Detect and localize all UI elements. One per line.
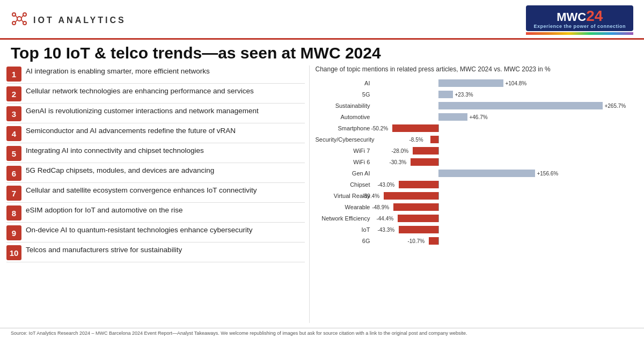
zero-line (438, 124, 439, 132)
bar-track: +23.3% (374, 91, 638, 98)
bar-label: 6G (315, 238, 374, 244)
bar-row: 5G+23.3% (315, 90, 638, 99)
bar-value-label: -10.7% (407, 238, 425, 244)
trend-item-1: 1 AI integration is enabling smarter, mo… (6, 65, 305, 84)
bar-label: IoT (315, 226, 374, 233)
zero-line (438, 136, 439, 143)
bar-row: Chipset-43.0% (315, 180, 638, 189)
trend-text-3: GenAI is revolutionizing customer intera… (26, 105, 259, 116)
bar-label: Security/Cybersecurity (315, 136, 374, 143)
trend-text-2: Cellular network technologies are enhanc… (26, 85, 254, 96)
trend-text-6: 5G RedCap chipsets, modules, and devices… (26, 165, 214, 175)
bar-label: Automotive (315, 114, 374, 120)
svg-line-8 (21, 20, 23, 22)
bar-track: -59.4% (374, 192, 638, 200)
bar-row: Gen AI+156.6% (315, 168, 638, 178)
bar-row: IoT-43.3% (315, 225, 638, 234)
bar-track: -30.3% (374, 158, 638, 166)
zero-line (438, 158, 439, 166)
bar-label: WiFi 6 (315, 159, 374, 165)
bar-track: -10.7% (374, 237, 638, 245)
bar-row: AI+104.8% (315, 78, 638, 88)
trend-item-3: 3 GenAI is revolutionizing customer inte… (6, 105, 305, 123)
svg-point-3 (12, 21, 16, 25)
trend-item-7: 7 Cellular and satellite ecosystem conve… (6, 185, 305, 203)
mwc-label: MWC24 (557, 10, 603, 24)
iot-analytics-icon (11, 10, 28, 31)
bar-label: Gen AI (315, 170, 374, 177)
zero-line (438, 181, 439, 188)
zero-line (438, 215, 439, 222)
trend-num-3: 3 (6, 106, 21, 121)
mwc-rainbow-bar (526, 32, 633, 35)
bar-row: WiFi 6-30.3% (315, 157, 638, 167)
zero-line (438, 237, 439, 245)
logo-area: IOT ANALYTICS (11, 10, 126, 31)
trend-num-1: 1 (6, 67, 21, 82)
bar-label: Wearable (315, 204, 374, 210)
zero-line (438, 147, 439, 155)
negative-bar (398, 215, 438, 222)
bar-value-label: +104.8% (505, 80, 526, 86)
zero-line (438, 203, 439, 211)
trend-item-6: 6 5G RedCap chipsets, modules, and devic… (6, 165, 305, 183)
bar-track: +104.8% (374, 79, 638, 87)
bar-row: Sustainability+265.7% (315, 101, 638, 111)
trend-item-5: 5 Integrating AI into connectivity and c… (6, 145, 305, 163)
mwc-label-text: MWC (557, 10, 586, 24)
bar-track: +265.7% (374, 102, 638, 109)
content-area: 1 AI integration is enabling smarter, mo… (0, 65, 644, 323)
negative-bar (429, 237, 438, 245)
negative-bar (430, 136, 438, 143)
svg-line-5 (16, 16, 17, 18)
mwc-sub: Experience the power of connection (533, 24, 626, 29)
trend-num-8: 8 (6, 205, 21, 221)
trend-item-4: 4 Semiconductor and AI advancements rede… (6, 125, 305, 143)
positive-bar (438, 102, 603, 109)
negative-bar (413, 147, 438, 155)
negative-bar (399, 181, 438, 188)
main-title: Top 10 IoT & telco trends—as seen at MWC… (0, 40, 644, 65)
bar-row: Smartphone-50.2% (315, 123, 638, 133)
bar-track: -44.4% (374, 215, 638, 222)
svg-point-0 (17, 17, 21, 21)
trend-item-2: 2 Cellular network technologies are enha… (6, 85, 305, 104)
bar-value-label: -48.9% (372, 204, 389, 210)
trend-text-5: Integrating AI into connectivity and chi… (26, 145, 204, 156)
header: IOT ANALYTICS MWC24 Experience the power… (0, 0, 644, 40)
trend-item-9: 9 On-device AI to quantum-resistant tech… (6, 224, 305, 243)
bar-track: -43.3% (374, 226, 638, 233)
trend-text-1: AI integration is enabling smarter, more… (26, 65, 210, 76)
bar-value-label: +23.3% (455, 92, 473, 98)
footer: Source: IoT Analytics Research 2024 – MW… (0, 328, 644, 338)
bar-track: +156.6% (374, 170, 638, 177)
svg-point-4 (23, 21, 26, 25)
trend-num-4: 4 (6, 126, 21, 141)
bar-label: 5G (315, 91, 374, 98)
svg-point-2 (23, 13, 26, 16)
trend-text-7: Cellular and satellite ecosystem converg… (26, 185, 257, 195)
trend-item-8: 8 eSIM adoption for IoT and automotive o… (6, 204, 305, 223)
chart-panel: Change of topic mentions in related pres… (309, 65, 638, 323)
chart-title: Change of topic mentions in related pres… (315, 65, 638, 74)
footer-text: Source: IoT Analytics Research 2024 – MW… (11, 330, 467, 336)
negative-bar (411, 158, 438, 166)
bar-value-label: +265.7% (604, 103, 626, 109)
svg-line-6 (21, 16, 23, 18)
bar-track: -43.0% (374, 181, 638, 188)
mwc-badge-wrapper: MWC24 Experience the power of connection (526, 5, 633, 35)
zero-line (438, 192, 439, 200)
negative-bar (399, 226, 438, 233)
bar-track: -8.5% (374, 136, 638, 143)
bar-value-label: -44.4% (376, 216, 393, 222)
positive-bar (438, 170, 535, 177)
bar-value-label: -43.3% (377, 227, 394, 233)
bar-row: WiFi 7-28.0% (315, 146, 638, 156)
trend-num-7: 7 (6, 186, 21, 201)
bar-value-label: -43.0% (377, 182, 394, 188)
bar-track: -48.9% (374, 203, 638, 211)
mwc-badge: MWC24 Experience the power of connection (526, 5, 633, 31)
trend-num-9: 9 (6, 225, 21, 240)
trend-num-10: 10 (6, 245, 21, 260)
bar-value-label: -50.2% (371, 126, 388, 131)
